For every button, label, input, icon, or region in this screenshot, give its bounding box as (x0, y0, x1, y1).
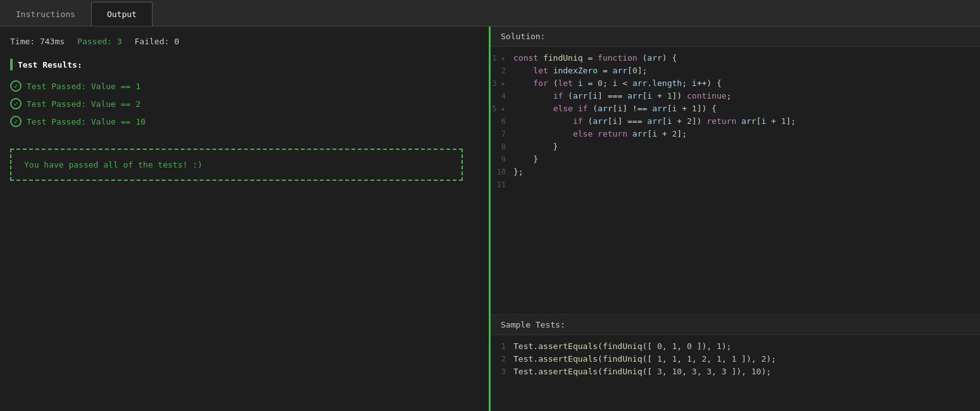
sample-line-content-1: Test.assertEquals(findUniq([ 0, 1, 0 ]),… (513, 340, 980, 353)
sample-tests-area[interactable]: 1 Test.assertEquals(findUniq([ 0, 1, 0 ]… (491, 335, 980, 411)
tab-output[interactable]: Output (91, 2, 153, 26)
sample-line-1: 1 Test.assertEquals(findUniq([ 0, 1, 0 ]… (491, 340, 980, 353)
line-content-6: if (arr[i] === arr[i + 2]) return arr[i … (513, 115, 980, 128)
solution-header: Solution: (491, 27, 980, 47)
code-line-1: 1 ▸ const findUniq = function (arr) { (491, 52, 980, 64)
green-bar-icon (10, 59, 13, 70)
line-num-5: 5 ▸ (491, 102, 513, 115)
sample-line-content-3: Test.assertEquals(findUniq([ 3, 10, 3, 3… (513, 365, 980, 378)
line-content-5: else if (arr[i] !== arr[i + 1]) { (513, 102, 980, 115)
tab-output-label: Output (107, 9, 137, 19)
test-item-2: Test Passed: Value == 2 (10, 98, 479, 109)
tab-instructions-label: Instructions (16, 9, 75, 19)
sample-tests-header: Sample Tests: (491, 314, 980, 335)
code-line-7: 7 else return arr[i + 2]; (491, 128, 980, 140)
line-num-6: 6 (491, 115, 513, 128)
sample-line-num-1: 1 (491, 340, 513, 353)
stat-failed: Failed: 0 (135, 37, 179, 46)
success-box: You have passed all of the tests! :) (10, 149, 463, 181)
code-line-4: 4 if (arr[i] === arr[i + 1]) continue; (491, 90, 980, 102)
sample-line-num-3: 3 (491, 365, 513, 378)
line-num-10: 10 (491, 166, 513, 178)
stats-bar: Time: 743ms Passed: 3 Failed: 0 (10, 37, 479, 46)
line-content-7: else return arr[i + 2]; (513, 128, 980, 140)
test-item-3-label: Test Passed: Value == 10 (27, 117, 146, 126)
test-item-3: Test Passed: Value == 10 (10, 116, 479, 127)
code-line-10: 10 }; (491, 166, 980, 178)
line-num-9: 9 (491, 153, 513, 166)
code-line-5: 5 ▸ else if (arr[i] !== arr[i + 1]) { (491, 102, 980, 115)
line-content-4: if (arr[i] === arr[i + 1]) continue; (513, 90, 980, 102)
sample-line-num-2: 2 (491, 353, 513, 365)
check-icon-2 (10, 98, 22, 109)
success-message: You have passed all of the tests! :) (24, 160, 203, 169)
tab-instructions[interactable]: Instructions (0, 2, 91, 26)
line-content-8: } (513, 140, 980, 153)
line-content-1: const findUniq = function (arr) { (513, 52, 980, 64)
check-icon-1 (10, 80, 22, 92)
main-layout: Time: 743ms Passed: 3 Failed: 0 Test Res… (0, 27, 980, 411)
check-icon-3 (10, 116, 22, 127)
code-line-9: 9 } (491, 153, 980, 166)
code-line-11: 11 (491, 178, 980, 191)
line-num-7: 7 (491, 128, 513, 140)
left-panel: Time: 743ms Passed: 3 Failed: 0 Test Res… (0, 27, 491, 411)
sample-line-content-2: Test.assertEquals(findUniq([ 1, 1, 1, 2,… (513, 353, 980, 365)
code-line-6: 6 if (arr[i] === arr[i + 2]) return arr[… (491, 115, 980, 128)
sample-tests-label: Sample Tests: (501, 320, 565, 329)
stat-passed: Passed: 3 (77, 37, 122, 46)
test-item-1-label: Test Passed: Value == 1 (27, 82, 141, 91)
line-content-10: }; (513, 166, 980, 178)
test-results-label: Test Results: (18, 60, 82, 70)
line-content-2: let indexZero = arr[0]; (513, 64, 980, 77)
code-line-3: 3 ▸ for (let i = 0; i < arr.length; i++)… (491, 77, 980, 90)
test-results-heading: Test Results: (10, 59, 479, 70)
line-content-3: for (let i = 0; i < arr.length; i++) { (513, 77, 980, 90)
code-area[interactable]: 1 ▸ const findUniq = function (arr) { 2 … (491, 47, 980, 314)
code-line-2: 2 let indexZero = arr[0]; (491, 64, 980, 77)
line-num-1: 1 ▸ (491, 52, 513, 64)
stat-time: Time: 743ms (10, 37, 65, 46)
line-num-8: 8 (491, 140, 513, 153)
line-num-3: 3 ▸ (491, 77, 513, 90)
test-item-1: Test Passed: Value == 1 (10, 80, 479, 92)
sample-line-3: 3 Test.assertEquals(findUniq([ 3, 10, 3,… (491, 365, 980, 378)
code-line-8: 8 } (491, 140, 980, 153)
line-num-11: 11 (491, 178, 513, 191)
line-content-9: } (513, 153, 980, 166)
line-num-4: 4 (491, 90, 513, 102)
line-num-2: 2 (491, 64, 513, 77)
right-panel: Solution: 1 ▸ const findUniq = function … (491, 27, 980, 411)
solution-label: Solution: (501, 32, 545, 41)
test-item-2-label: Test Passed: Value == 2 (27, 99, 141, 109)
sample-line-2: 2 Test.assertEquals(findUniq([ 1, 1, 1, … (491, 353, 980, 365)
tab-bar: Instructions Output (0, 0, 980, 27)
